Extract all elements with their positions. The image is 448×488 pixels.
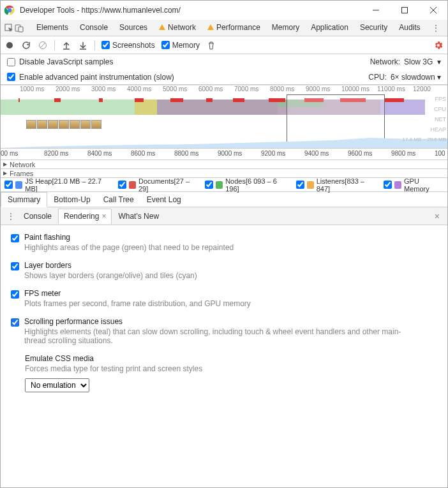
paint-flashing-title: Paint flashing (24, 233, 234, 242)
option-enable-paint: Enable advanced paint instrumentation (s… (1, 70, 447, 85)
subtab-event-log[interactable]: Event Log (140, 193, 188, 207)
layer-borders-checkbox[interactable] (11, 262, 19, 270)
fps-meter-desc: Plots frames per second, frame rate dist… (24, 299, 251, 308)
scrolling-perf-checkbox[interactable] (11, 318, 19, 327)
perf-toolbar: Screenshots Memory (1, 36, 447, 54)
label-heap: HEAP (403, 126, 446, 133)
network-label: Network: (370, 57, 400, 66)
overflow-menu-icon[interactable]: ⋮ (427, 24, 445, 33)
tab-console[interactable]: Console (75, 20, 113, 36)
minimize-button[interactable] (361, 1, 390, 20)
paint-flashing-desc: Highlights areas of the page (green) tha… (24, 243, 234, 252)
memory-chip[interactable]: GPU Memory (384, 177, 444, 193)
cpu-throttle-select[interactable]: 6× slowdown ▾ (391, 73, 441, 82)
scrolling-perf-title: Scrolling performance issues (24, 317, 420, 326)
svg-point-10 (6, 42, 13, 48)
inspect-icon[interactable] (4, 21, 13, 35)
memory-chip[interactable]: Documents[27 – 29] (118, 177, 197, 193)
heap-range: 17.8 MB – 29.6 MB (403, 137, 446, 142)
tab-close-icon[interactable]: × (101, 209, 106, 224)
drawer-tab-whats-new[interactable]: What's New (113, 209, 164, 224)
subtab-summary[interactable]: Summary (1, 192, 47, 207)
tab-sources[interactable]: Sources (114, 20, 153, 36)
device-icon[interactable] (15, 21, 24, 35)
svg-line-12 (40, 43, 45, 48)
memory-chip[interactable]: JS Heap[21.0 MB – 22.7 MB] (4, 177, 110, 193)
tab-network[interactable]: Network (154, 20, 201, 36)
fps-meter-checkbox[interactable] (11, 290, 19, 299)
subtab-call-tree[interactable]: Call Tree (97, 193, 140, 207)
paint-flashing-checkbox[interactable] (11, 234, 19, 242)
scrolling-perf-desc: Highlights elements (teal) that can slow… (24, 327, 420, 345)
option-disable-js: Disable JavaScript samples Network: Slow… (1, 54, 447, 70)
timeline-overview[interactable]: 1000 ms2000 ms3000 ms4000 ms5000 ms6000 … (1, 85, 447, 149)
emulate-css-select[interactable]: No emulation (25, 378, 89, 392)
screenshots-checkbox[interactable]: Screenshots (101, 41, 155, 50)
load-profile-icon[interactable] (61, 40, 71, 50)
tab-security[interactable]: Security (355, 20, 392, 36)
svg-marker-15 (1, 138, 447, 148)
drawer-tabbar: ⋮ Console Rendering× What's New × (1, 207, 447, 225)
timeline-ruler[interactable]: 00 ms8200 ms8400 ms8600 ms8800 ms9000 ms… (1, 149, 447, 160)
enable-paint-checkbox[interactable]: Enable advanced paint instrumentation (s… (7, 73, 174, 82)
window-title: Developer Tools - https://www.humanlevel… (20, 6, 361, 15)
label-cpu: CPU (403, 106, 446, 112)
svg-rect-9 (19, 27, 23, 32)
label-net: NET (403, 116, 446, 122)
reload-icon[interactable] (21, 40, 31, 50)
cpu-label: CPU: (368, 73, 387, 82)
gc-icon[interactable] (206, 40, 216, 50)
layer-borders-desc: Shows layer borders (orange/olive) and t… (24, 271, 197, 280)
fps-meter-title: FPS meter (24, 289, 251, 298)
tab-elements[interactable]: Elements (31, 20, 73, 36)
rendering-panel: Paint flashingHighlights areas of the pa… (1, 225, 447, 400)
chrome-icon (4, 5, 15, 15)
svg-rect-4 (401, 8, 407, 13)
memory-chips: JS Heap[21.0 MB – 22.7 MB]Documents[27 –… (1, 178, 447, 192)
network-throttle-select[interactable]: Slow 3G ▾ (404, 57, 441, 66)
drawer-close-icon[interactable]: × (431, 211, 444, 221)
layer-borders-title: Layer borders (24, 261, 197, 270)
details-subtabs: Summary Bottom-Up Call Tree Event Log (1, 192, 447, 207)
tab-audits[interactable]: Audits (394, 20, 425, 36)
subtab-bottom-up[interactable]: Bottom-Up (47, 193, 96, 207)
disable-js-checkbox[interactable]: Disable JavaScript samples (7, 57, 113, 66)
save-profile-icon[interactable] (78, 40, 88, 50)
label-fps: FPS (403, 96, 446, 102)
tab-application[interactable]: Application (306, 20, 354, 36)
tab-memory[interactable]: Memory (267, 20, 304, 36)
clear-icon[interactable] (38, 40, 48, 50)
drawer-menu-icon[interactable]: ⋮ (4, 212, 17, 221)
window-titlebar: Developer Tools - https://www.humanlevel… (1, 1, 447, 20)
maximize-button[interactable] (390, 1, 419, 20)
emulate-css-desc: Forces media type for testing print and … (25, 364, 437, 373)
tab-performance[interactable]: Performance (202, 20, 265, 36)
emulate-css-title: Emulate CSS media (25, 354, 437, 363)
drawer-tab-console[interactable]: Console (19, 209, 57, 224)
drawer-tab-rendering[interactable]: Rendering× (58, 209, 112, 224)
network-row[interactable]: ▶Network (1, 160, 447, 169)
record-icon[interactable] (4, 40, 15, 50)
close-button[interactable] (419, 1, 447, 20)
memory-checkbox[interactable]: Memory (161, 41, 200, 50)
main-tabbar: Elements Console Sources Network Perform… (1, 20, 447, 36)
screenshot-strip (26, 120, 101, 131)
memory-chip[interactable]: Listeners[833 – 847] (296, 177, 376, 193)
settings-gear-icon[interactable] (433, 40, 444, 50)
memory-chip[interactable]: Nodes[6 093 – 6 196] (205, 177, 288, 193)
